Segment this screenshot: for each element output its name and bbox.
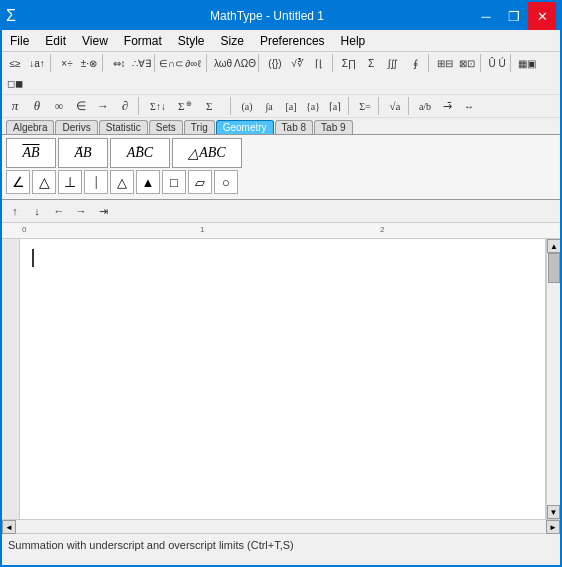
- scroll-thumb[interactable]: [548, 253, 560, 283]
- floor-btn[interactable]: ⌈⌊: [308, 53, 330, 73]
- sep8: [480, 54, 484, 72]
- hscroll-right-btn[interactable]: ►: [546, 520, 560, 534]
- menu-size[interactable]: Size: [213, 30, 252, 51]
- tab-geometry[interactable]: Geometry: [216, 120, 274, 134]
- menu-edit[interactable]: Edit: [37, 30, 74, 51]
- darr-btn[interactable]: ↔: [458, 96, 480, 116]
- arr-bar-btn[interactable]: →̄: [436, 96, 458, 116]
- paren-a-btn[interactable]: (a): [236, 96, 258, 116]
- sep3: [154, 54, 158, 72]
- ineq-btn[interactable]: ≤≥: [4, 53, 26, 73]
- pi-btn[interactable]: π: [4, 96, 26, 116]
- sep10: [138, 97, 142, 115]
- menu-preferences[interactable]: Preferences: [252, 30, 333, 51]
- sigma2-btn[interactable]: Σ ⊕: [172, 96, 200, 116]
- tab-sets[interactable]: Sets: [149, 120, 183, 134]
- ceil-a-btn[interactable]: ⌈a⌉: [324, 96, 346, 116]
- edit-area[interactable]: [20, 239, 546, 519]
- perp-btn[interactable]: ⊥: [58, 170, 82, 194]
- int2-btn[interactable]: ∮: [404, 53, 426, 73]
- window-controls: ─ ❐ ✕: [472, 2, 556, 30]
- menu-format[interactable]: Format: [116, 30, 170, 51]
- tab-btn[interactable]: ⇥: [92, 201, 114, 221]
- move-left-btn[interactable]: ←: [48, 201, 70, 221]
- sigma3-btn[interactable]: Σ: [200, 96, 228, 116]
- vertical-scrollbar[interactable]: ▲ ▼: [546, 239, 560, 519]
- menu-help[interactable]: Help: [333, 30, 374, 51]
- brace-a-btn[interactable]: {a}: [302, 96, 324, 116]
- ops-btn[interactable]: ×÷: [56, 53, 78, 73]
- accent1-btn[interactable]: Û Ú: [486, 53, 508, 73]
- tab-algebra[interactable]: Algebra: [6, 120, 54, 134]
- restore-button[interactable]: ❐: [500, 2, 528, 30]
- GREEK-btn[interactable]: ΛΩΘ: [234, 53, 256, 73]
- int1-btn[interactable]: ∫∬: [382, 53, 404, 73]
- box-btn[interactable]: ◻◼: [4, 73, 26, 93]
- menu-style[interactable]: Style: [170, 30, 213, 51]
- sep1: [50, 54, 54, 72]
- sqrt-a-btn[interactable]: √a: [384, 96, 406, 116]
- sep14: [408, 97, 412, 115]
- hscroll-left-btn[interactable]: ◄: [2, 520, 16, 534]
- editing-tools-row: ↑ ↓ ← → ⇥: [2, 200, 560, 223]
- move-down-btn[interactable]: ↓: [26, 201, 48, 221]
- arrow-btn[interactable]: ⇔↕: [108, 53, 130, 73]
- sum2-btn[interactable]: Σ: [360, 53, 382, 73]
- svg-text:Σ: Σ: [178, 100, 184, 112]
- tri3-btn[interactable]: ▲: [136, 170, 160, 194]
- circle-btn[interactable]: ○: [214, 170, 238, 194]
- matrix2-btn[interactable]: ⊠⊡: [456, 53, 478, 73]
- calc-btn[interactable]: ∂∞ℓ: [182, 53, 204, 73]
- scroll-up-btn[interactable]: ▲: [547, 239, 560, 253]
- matrix1-btn[interactable]: ⊞⊟: [434, 53, 456, 73]
- tab-trig[interactable]: Trig: [184, 120, 215, 134]
- sigma-up-btn[interactable]: Σ↑↓: [144, 96, 172, 116]
- close-button[interactable]: ✕: [528, 2, 556, 30]
- theta-btn[interactable]: θ: [26, 96, 48, 116]
- pm-btn[interactable]: ±·⊗: [78, 53, 100, 73]
- triangle-empty-btn[interactable]: △: [32, 170, 56, 194]
- bracket1-btn[interactable]: ({}): [264, 53, 286, 73]
- move-up-btn[interactable]: ↑: [4, 201, 26, 221]
- tab-9[interactable]: Tab 9: [314, 120, 352, 134]
- logic-btn[interactable]: ∴∀∃: [130, 53, 152, 73]
- parallelogram-btn[interactable]: ▱: [188, 170, 212, 194]
- minimize-button[interactable]: ─: [472, 2, 500, 30]
- menu-file[interactable]: File: [2, 30, 37, 51]
- menu-view[interactable]: View: [74, 30, 116, 51]
- ray-AB-btn[interactable]: → AB: [58, 138, 108, 168]
- square-btn[interactable]: □: [162, 170, 186, 194]
- toolbar-row2: π θ ∞ ∈ → ∂ Σ↑↓ Σ ⊕ Σ (a) ∫a [a] {a} ⌈a⌉…: [2, 95, 560, 118]
- sum-eq-btn[interactable]: Σ=: [354, 96, 376, 116]
- hscroll-track[interactable]: [16, 520, 546, 533]
- inf-btn[interactable]: ∞: [48, 96, 70, 116]
- in-btn[interactable]: ∈: [70, 96, 92, 116]
- left-ruler: [2, 239, 20, 519]
- scroll-down-btn[interactable]: ▼: [547, 505, 560, 519]
- seg-AB-btn[interactable]: AB: [6, 138, 56, 168]
- tab-derivs[interactable]: Derivs: [55, 120, 97, 134]
- tab-statistic[interactable]: Statistic: [99, 120, 148, 134]
- arc-ABC-btn[interactable]: ⌢ ABC: [110, 138, 170, 168]
- frac-btn[interactable]: a/b: [414, 96, 436, 116]
- move-right-btn[interactable]: →: [70, 201, 92, 221]
- palette-area: AB → AB ⌢ ABC △ABC ∠ △ ⊥ | △ ▲ □ ▱ ○: [2, 135, 560, 200]
- tri-ABC-btn[interactable]: △ABC: [172, 138, 242, 168]
- greek-btn[interactable]: λωθ: [212, 53, 234, 73]
- radical-btn[interactable]: √∛: [286, 53, 308, 73]
- tab-8[interactable]: Tab 8: [275, 120, 313, 134]
- ruler: 0 1 2: [2, 223, 560, 239]
- int-a-btn[interactable]: ∫a: [258, 96, 280, 116]
- sum1-btn[interactable]: Σ∏: [338, 53, 360, 73]
- brack-a-btn[interactable]: [a]: [280, 96, 302, 116]
- rarr-btn[interactable]: →: [92, 96, 114, 116]
- set-btn[interactable]: ∈∩⊂: [160, 53, 182, 73]
- pipe-btn[interactable]: |: [84, 170, 108, 194]
- grid-btn[interactable]: ▦▣: [516, 53, 538, 73]
- angle-btn[interactable]: ∠: [6, 170, 30, 194]
- partial-btn[interactable]: ∂: [114, 96, 136, 116]
- tri2-btn[interactable]: △: [110, 170, 134, 194]
- edit-canvas[interactable]: [20, 239, 540, 519]
- script-btn[interactable]: ↓a↑: [26, 53, 48, 73]
- window-title: MathType - Untitled 1: [62, 9, 472, 23]
